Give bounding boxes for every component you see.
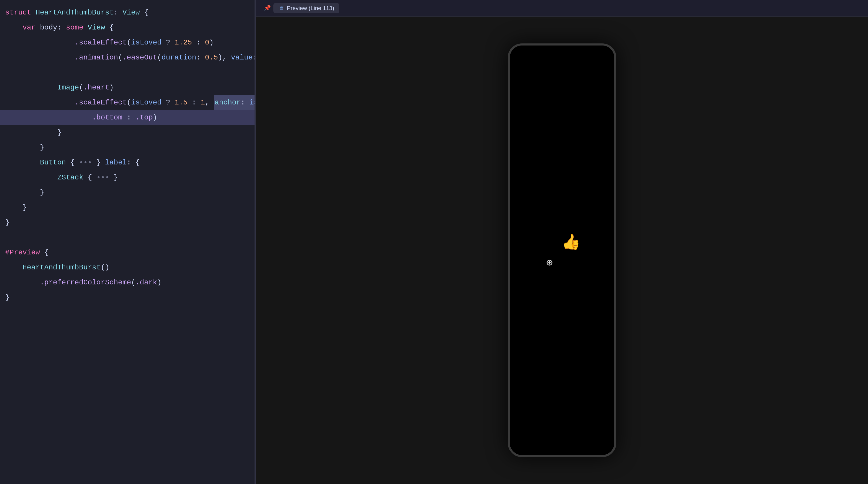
paren-close-19: ) xyxy=(157,275,161,290)
type-view2: View xyxy=(88,20,105,35)
num-125: 1.25 xyxy=(175,35,192,50)
brace-close2: } xyxy=(40,140,44,155)
param-value: value xyxy=(231,50,253,65)
code-line-7: .scaleEffect(isLoved ? 1.5 : 1, anchor: … xyxy=(0,95,254,110)
code-line-13: } xyxy=(0,185,254,200)
param-anchor: anchor: isLoved ? xyxy=(214,95,254,110)
colon: : xyxy=(57,20,66,35)
type-name: HeartAndThumbBurst xyxy=(36,5,114,20)
code-line-15: } xyxy=(0,215,254,230)
space-11: { xyxy=(66,155,75,170)
code-line-12: ZStack { ••• } xyxy=(0,170,254,185)
pin-icon: 📌 xyxy=(264,5,271,12)
type-view: View xyxy=(123,5,140,20)
label-11: } xyxy=(96,155,105,170)
paren2: ( xyxy=(118,50,123,65)
brace-close3: } xyxy=(40,185,44,200)
indent-19 xyxy=(5,275,40,290)
num-15: 1.5 xyxy=(175,95,187,110)
indent-9 xyxy=(5,125,57,140)
parens-18: () xyxy=(101,260,110,275)
code-line-8: .bottom : .top) xyxy=(0,110,254,125)
code-area[interactable]: struct HeartAndThumbBurst: View { var bo… xyxy=(0,0,254,310)
heart-emoji: ❤️ xyxy=(544,233,553,251)
code-line-14: } xyxy=(0,200,254,215)
brace-open: { xyxy=(105,20,114,35)
indent-10 xyxy=(5,140,40,155)
indent-18 xyxy=(5,260,23,275)
num-0: 0 xyxy=(205,35,209,50)
keyword-some: some xyxy=(66,20,88,35)
code-line-20: } xyxy=(0,290,254,305)
method-preferred: .preferredColorScheme xyxy=(40,275,131,290)
ellipsis-11: ••• xyxy=(75,155,96,170)
cursor-icon: ⊕ xyxy=(546,256,553,269)
ternary1: ? xyxy=(161,35,175,50)
method-top: .top xyxy=(135,110,153,125)
indent-7 xyxy=(5,95,75,110)
paren-close2: ) xyxy=(153,110,157,125)
thumb-emoji: 👍 xyxy=(562,233,580,251)
code-line-9: } xyxy=(0,125,254,140)
phone-screen: ❤️ 👍 ⊕ xyxy=(510,46,614,455)
code-line-1: struct HeartAndThumbBurst: View { xyxy=(0,5,254,20)
code-line-5 xyxy=(0,65,254,80)
indent-14 xyxy=(5,200,23,215)
colon4: : xyxy=(188,95,200,110)
indent-13 xyxy=(5,185,40,200)
preview-hash: #Preview xyxy=(5,245,40,260)
param-isloved1: isLoved xyxy=(131,35,161,50)
preview-header-left: 📌 🖥 Preview (Line 113) xyxy=(264,3,339,13)
preview-header: 📌 🖥 Preview (Line 113) xyxy=(256,0,868,17)
method-easeout: .easeOut xyxy=(123,50,157,65)
paren3: ( xyxy=(157,50,161,65)
space-12: { xyxy=(83,170,92,185)
preview-panel: 📌 🖥 Preview (Line 113) ❤️ 👍 ⊕ xyxy=(256,0,868,484)
indent-8 xyxy=(5,110,92,125)
method-dark: .dark xyxy=(135,275,157,290)
num-05: 0.5 xyxy=(205,50,218,65)
indent-11 xyxy=(5,155,40,170)
brace-close4: } xyxy=(23,200,27,215)
code-line-18: HeartAndThumbBurst() xyxy=(0,260,254,275)
ternary2: ? xyxy=(161,95,175,110)
indent-2 xyxy=(5,20,23,35)
method-animation: .animation xyxy=(75,50,118,65)
paren-open1: ( xyxy=(127,35,131,50)
code-brace: { xyxy=(140,5,149,20)
brace-12: } xyxy=(114,170,118,185)
paren-close1: ) xyxy=(209,35,214,50)
paren8: ( xyxy=(127,95,131,110)
code-line-16 xyxy=(0,230,254,245)
colon2: : xyxy=(196,50,205,65)
colon5: : xyxy=(123,110,135,125)
type-zstack: ZStack xyxy=(57,170,84,185)
indent-6 xyxy=(5,80,57,95)
comma1: , xyxy=(205,95,214,110)
paren-19: ( xyxy=(131,275,135,290)
type-image: Image xyxy=(57,80,79,95)
paren6: ( xyxy=(79,80,84,95)
colon-11: : { xyxy=(127,155,140,170)
indent-4 xyxy=(5,50,75,65)
empty-line-16 xyxy=(5,230,9,245)
param-isloved3: isLoved xyxy=(131,95,161,110)
code-line-19: .preferredColorScheme(.dark) xyxy=(0,275,254,290)
editor-panel: struct HeartAndThumbBurst: View { var bo… xyxy=(0,0,254,484)
code-line-11: Button { ••• } label: { xyxy=(0,155,254,170)
preview-title-badge[interactable]: 🖥 Preview (Line 113) xyxy=(273,3,339,13)
paren7: ) xyxy=(109,80,114,95)
brace-final: } xyxy=(5,290,9,305)
param-label: label xyxy=(105,155,127,170)
method-heart: .heart xyxy=(83,80,109,95)
preview-device-icon: 🖥 xyxy=(279,5,284,12)
type-button: Button xyxy=(40,155,66,170)
phone-container: ❤️ 👍 ⊕ xyxy=(256,17,868,484)
method-scaleeffect1: .scaleEffect xyxy=(75,35,127,50)
method-scaleeffect2: .scaleEffect xyxy=(75,95,127,110)
brace-close1: } xyxy=(57,125,62,140)
code-line-4: .animation(.easeOut(duration: 0.5), valu… xyxy=(0,50,254,65)
paren4: ), xyxy=(218,50,231,65)
brace-close5: } xyxy=(5,215,9,230)
body-name: body xyxy=(40,20,57,35)
